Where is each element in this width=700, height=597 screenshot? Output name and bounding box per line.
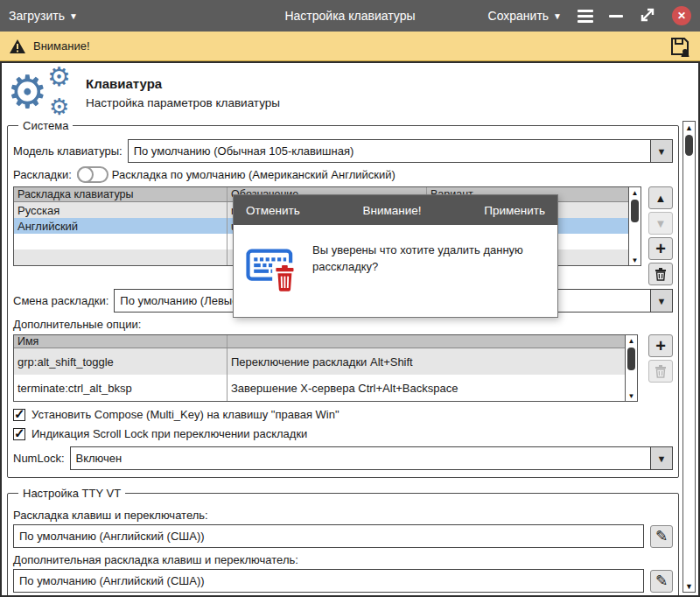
warning-label: Внимание!	[33, 39, 90, 53]
dialog-header: Отменить Внимание! Применить	[234, 195, 557, 225]
compose-checkbox-row[interactable]: Установить Compose (Multi_Key) на клавиш…	[13, 408, 673, 421]
table-row[interactable]: terminate:ctrl_alt_bksp Завершение X-сер…	[14, 375, 625, 401]
minimize-icon	[609, 15, 623, 18]
extra-options-table[interactable]: Имя grp:alt_shift_toggle Переключение ра…	[13, 334, 638, 402]
trash-icon	[654, 364, 667, 378]
dialog-message: Вы уверены что хотите удалить данную рас…	[312, 239, 547, 276]
menu-icon[interactable]	[578, 10, 593, 23]
scroll-up-icon[interactable]: ▲	[626, 335, 637, 346]
keyboard-model-value: По умолчанию (Обычная 105-клавишная)	[129, 140, 650, 162]
page-header: ⚙⚙⚙ Клавиатура Настройка параметров клав…	[2, 63, 698, 119]
layouts-toggle[interactable]	[77, 166, 108, 183]
layouts-default-text: Раскладка по умолчанию (Американский Анг…	[112, 168, 396, 181]
load-menu-label: Загрузить	[9, 9, 65, 23]
pencil-icon: ✎	[655, 572, 668, 590]
tty-layout-label: Раскладка клавиш и переключатель:	[13, 509, 673, 522]
numlock-label: NumLock:	[13, 452, 65, 465]
compose-checkbox[interactable]	[13, 409, 25, 421]
table-row[interactable]: grp:alt_shift_toggle Переключение раскла…	[14, 348, 625, 375]
close-button[interactable]: ✕	[672, 6, 691, 25]
add-layout-button[interactable]: +	[648, 237, 673, 260]
system-group-legend: Система	[18, 119, 73, 132]
scroll-down-icon[interactable]: ▼	[629, 255, 640, 265]
dialog-cancel-button[interactable]: Отменить	[246, 204, 300, 217]
tty-layout-input[interactable]: По умолчанию (Английский (США))	[13, 524, 644, 548]
save-menu-button[interactable]: Сохранить ▼	[488, 9, 562, 23]
close-icon: ✕	[677, 10, 686, 22]
dropdown-arrow-icon[interactable]: ▼	[650, 140, 672, 162]
delete-option-button[interactable]	[648, 360, 673, 383]
maximize-button[interactable]	[639, 6, 656, 26]
move-up-button[interactable]: ▲	[648, 186, 673, 209]
warning-bar: Внимание!	[0, 32, 700, 61]
trash-icon	[654, 267, 667, 281]
options-table-scrollbar[interactable]: ▲ ▼	[625, 335, 637, 401]
pencil-icon: ✎	[655, 527, 668, 545]
dropdown-arrow-icon[interactable]: ▼	[650, 290, 672, 312]
scroll-up-icon[interactable]: ▲	[683, 122, 695, 133]
edit-tty-layout-button[interactable]: ✎	[650, 525, 673, 548]
tty-extra-layout-value: По умолчанию (Английский (США))	[19, 574, 205, 587]
save-menu-label: Сохранить	[488, 9, 550, 23]
tty-group-legend: Настройка TTY VT	[18, 487, 125, 500]
layout-switch-label: Смена раскладки:	[13, 294, 108, 307]
extra-options-label: Дополнительные опции:	[13, 318, 673, 331]
delete-confirmation-dialog: Отменить Внимание! Применить	[233, 194, 558, 318]
scrollbar-thumb[interactable]	[627, 348, 635, 370]
scroll-down-icon[interactable]: ▼	[683, 580, 695, 592]
page-subtitle: Настройка параметров клавиатуры	[86, 96, 280, 109]
chevron-down-icon: ▼	[69, 11, 78, 21]
dropdown-arrow-icon[interactable]: ▼	[650, 447, 672, 469]
edit-tty-extra-layout-button[interactable]: ✎	[650, 570, 673, 593]
add-option-button[interactable]: +	[648, 334, 673, 357]
save-file-icon[interactable]	[668, 35, 691, 58]
scroll-lock-checkbox-row[interactable]: Индикация Scroll Lock при переключении р…	[13, 427, 673, 440]
tty-extra-layout-label: Дополнительная раскладка клавиш и перекл…	[13, 553, 673, 566]
content-panel: ⚙⚙⚙ Клавиатура Настройка параметров клав…	[0, 61, 700, 597]
numlock-select[interactable]: Включен ▼	[70, 446, 673, 470]
scrollbar-thumb[interactable]	[685, 135, 693, 156]
layouts-label: Раскладки:	[13, 168, 72, 181]
titlebar: Настройка клавиатуры Загрузить ▼ Сохрани…	[0, 0, 700, 32]
expand-icon	[639, 6, 656, 24]
main-scrollbar[interactable]: ▲ ▼	[682, 121, 696, 593]
keyboard-model-label: Модель клавиатуры:	[13, 144, 122, 158]
page-title: Клавиатура	[86, 76, 280, 91]
numlock-value: Включен	[71, 447, 650, 469]
chevron-down-icon: ▼	[553, 11, 562, 21]
scroll-lock-checkbox[interactable]	[13, 428, 25, 440]
minimize-button[interactable]	[609, 15, 623, 18]
delete-keyboard-icon	[246, 239, 300, 297]
tty-group: Настройка TTY VT Раскладка клавиш и пере…	[7, 487, 679, 597]
warning-triangle-icon	[9, 39, 26, 54]
keyboard-model-select[interactable]: По умолчанию (Обычная 105-клавишная) ▼	[128, 139, 673, 163]
move-down-button[interactable]: ▼	[648, 212, 673, 235]
delete-layout-button[interactable]	[648, 263, 673, 285]
scroll-down-icon[interactable]: ▼	[626, 390, 637, 401]
dialog-title: Внимание!	[362, 204, 421, 217]
tty-extra-layout-input[interactable]: По умолчанию (Английский (США))	[13, 569, 644, 593]
options-table-header: Имя	[14, 335, 625, 348]
layout-table-scrollbar[interactable]: ▲ ▼	[628, 187, 640, 265]
gears-icon: ⚙⚙⚙	[7, 67, 70, 118]
load-menu-button[interactable]: Загрузить ▼	[9, 9, 78, 23]
compose-checkbox-label: Установить Compose (Multi_Key) на клавиш…	[32, 408, 340, 421]
tty-layout-value: По умолчанию (Английский (США))	[19, 530, 205, 543]
scroll-up-icon[interactable]: ▲	[629, 187, 640, 198]
scrollbar-thumb[interactable]	[631, 200, 639, 222]
scroll-lock-checkbox-label: Индикация Scroll Lock при переключении р…	[32, 427, 307, 440]
dialog-apply-button[interactable]: Применить	[484, 204, 545, 217]
keyboard-settings-window: Настройка клавиатуры Загрузить ▼ Сохрани…	[0, 0, 700, 597]
